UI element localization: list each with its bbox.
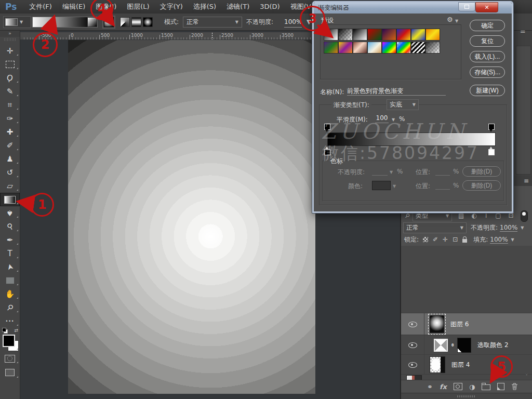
radial-gradient-icon[interactable] <box>104 17 114 27</box>
menu-item-6[interactable]: 滤镜(T) <box>221 0 255 14</box>
reflected-gradient-icon[interactable] <box>131 17 141 27</box>
lock-artboard-icon[interactable]: ⊡ <box>453 236 458 243</box>
type-tool[interactable]: T <box>0 247 20 260</box>
menu-item-0[interactable]: 文件(F) <box>24 0 57 14</box>
toolbar-collapse-icon[interactable]: » <box>0 30 20 37</box>
dodge-tool[interactable]: ⚲ <box>0 220 20 233</box>
move-tool[interactable]: ✛ <box>0 44 20 58</box>
crop-tool[interactable]: ⌗ <box>0 98 20 112</box>
fill-value[interactable]: 100% <box>490 236 508 244</box>
linear-gradient-icon[interactable] <box>87 17 97 27</box>
gradient-type-dropdown[interactable]: 实底 ▼ <box>387 99 419 110</box>
new-adjustment-layer-icon[interactable]: ◑ <box>469 383 475 391</box>
foreground-color-swatch[interactable] <box>3 335 15 347</box>
lasso-tool[interactable]: Ϙ <box>0 71 20 85</box>
menu-item-2[interactable]: 图像(I) <box>90 0 122 14</box>
layer-filter-toggle[interactable] <box>521 210 528 222</box>
new-layer-icon[interactable] <box>497 383 504 390</box>
gradient-preset-chrome[interactable] <box>367 42 382 54</box>
gradient-preset-spectrum[interactable] <box>382 42 396 54</box>
menu-item-7[interactable]: 3D(D) <box>255 0 285 14</box>
smart-object-filter-icon[interactable]: ⊡ <box>509 212 514 219</box>
eye-icon[interactable] <box>408 362 417 368</box>
gradient-preset-violet-green-orange[interactable] <box>324 42 338 54</box>
dialog-restore-button[interactable] <box>458 2 475 11</box>
eye-icon[interactable] <box>408 322 417 327</box>
angle-gradient-icon[interactable] <box>120 17 130 27</box>
layers-blend-mode-dropdown[interactable]: 正常 ▼ <box>403 222 467 233</box>
history-brush-tool[interactable]: ↺ <box>0 166 20 179</box>
default-colors-icon[interactable] <box>2 328 8 334</box>
layer-thumbnail-gradient[interactable] <box>430 315 444 333</box>
layer-visibility-cell[interactable] <box>401 335 424 355</box>
gradient-preset-blue-red-yellow[interactable] <box>396 29 411 41</box>
color-stop-left[interactable] <box>324 149 330 155</box>
hand-tool[interactable]: ✋ <box>0 287 20 301</box>
path-selection-tool[interactable]: ➤ <box>0 260 20 274</box>
pen-tool[interactable]: ✒ <box>0 233 20 247</box>
layer-style-fx-icon[interactable]: fx <box>440 383 447 391</box>
chevron-down-icon[interactable]: ▼ <box>511 237 514 242</box>
foreground-background-colors[interactable]: ⇄ <box>0 328 20 352</box>
reset-button[interactable]: 复位 <box>470 35 505 47</box>
save-button[interactable]: 存储(S)... <box>470 66 505 78</box>
layers-panel-menu-icon[interactable]: ≡ <box>524 177 529 184</box>
gradient-preset-blue-yellow-blue[interactable] <box>411 29 425 41</box>
menu-item-1[interactable]: 编辑(E) <box>57 0 90 14</box>
opacity-value[interactable]: 100% <box>284 17 302 28</box>
pixel-layer-filter-icon[interactable]: ▨ <box>458 212 464 219</box>
gradient-preset-violet-orange[interactable] <box>382 29 396 41</box>
gradient-edit-bar[interactable] <box>327 132 496 146</box>
screen-mode-button[interactable] <box>0 365 20 380</box>
spot-healing-brush-tool[interactable]: ✚ <box>0 125 20 139</box>
layer-visibility-cell[interactable] <box>401 313 424 335</box>
chevron-down-icon[interactable]: ▼ <box>392 117 395 122</box>
chevron-down-icon[interactable]: ▼ <box>521 225 524 230</box>
eye-icon[interactable] <box>408 342 417 348</box>
layer-row-3[interactable] <box>401 374 532 380</box>
new-button[interactable]: 新建(W) <box>470 85 505 96</box>
chevron-down-icon[interactable]: ▼ <box>455 19 458 23</box>
type-layer-filter-icon[interactable]: T <box>484 212 488 219</box>
quick-selection-tool[interactable]: ✎ <box>0 85 20 98</box>
layer-thumbnail-pixel[interactable] <box>430 356 445 373</box>
zoom-tool[interactable]: ⚲ <box>0 301 20 314</box>
layer-visibility-cell[interactable] <box>401 355 424 375</box>
swap-colors-icon[interactable]: ⇄ <box>14 328 18 333</box>
quick-mask-mode-button[interactable] <box>0 352 20 365</box>
gradient-preset-copper[interactable] <box>353 42 367 54</box>
layer-row-0[interactable]: 图层 6 <box>401 313 532 335</box>
gradient-preset-neutral-density[interactable] <box>425 42 440 54</box>
rectangular-marquee-tool[interactable] <box>0 58 20 71</box>
add-layer-mask-icon[interactable] <box>454 383 462 390</box>
shape-layer-filter-icon[interactable]: ▢ <box>495 212 501 219</box>
menu-item-5[interactable]: 选择(S) <box>188 0 221 14</box>
layer-mask-thumbnail[interactable] <box>457 338 471 353</box>
menu-item-3[interactable]: 图层(L) <box>122 0 154 14</box>
rectangle-tool[interactable] <box>0 274 20 287</box>
delete-layer-icon[interactable] <box>511 383 518 390</box>
tool-preset-picker[interactable]: ▼ <box>3 16 31 28</box>
gradient-name-input[interactable]: 前景色到背景色渐变 <box>347 87 446 96</box>
adjustment-layer-icon[interactable] <box>434 339 448 352</box>
panel-resize-grip[interactable] <box>401 393 532 399</box>
toolbar-grip[interactable] <box>4 38 16 41</box>
dialog-close-button[interactable]: ✕ <box>475 2 498 12</box>
gradient-tool[interactable] <box>0 193 20 206</box>
layer-row-1[interactable]: ⚭选取颜色 2 <box>401 335 532 355</box>
link-layers-icon[interactable]: ⚭ <box>427 383 433 391</box>
ok-button[interactable]: 确定 <box>470 20 505 31</box>
gear-icon[interactable]: ⚙ <box>447 16 453 23</box>
smoothness-value[interactable]: 100 <box>375 114 389 123</box>
lock-position-icon[interactable]: ✛ <box>443 236 448 243</box>
gradient-preset-orange-yellow-orange[interactable] <box>425 29 440 41</box>
gradient-preset-yellow-violet-orange[interactable] <box>338 42 353 54</box>
opacity-stop-right[interactable] <box>488 124 495 130</box>
gradient-preset-black-white[interactable] <box>353 29 367 41</box>
lock-all-icon[interactable] <box>462 239 467 243</box>
new-group-icon[interactable] <box>482 383 490 390</box>
clone-stamp-tool[interactable]: ♟ <box>0 152 20 166</box>
lock-image-pixels-icon[interactable]: ✐ <box>433 236 438 243</box>
document-radial-gradient-image[interactable] <box>68 40 315 394</box>
chevron-down-icon[interactable]: ▼ <box>307 14 311 30</box>
